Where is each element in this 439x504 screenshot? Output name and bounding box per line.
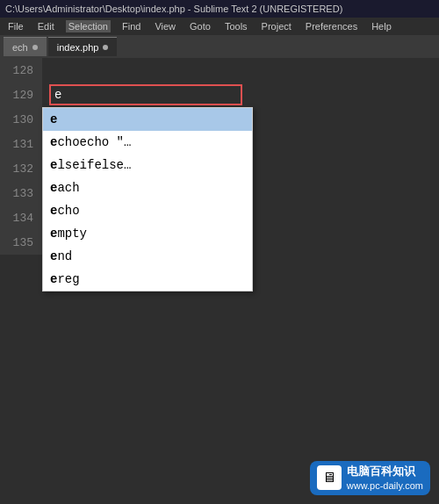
watermark-line1: 电脑百科知识 — [347, 464, 423, 479]
editor: 128 129 e echoecho "… elseifelse… each — [0, 58, 439, 504]
autocomplete-item-1[interactable]: echoecho "… — [43, 131, 252, 154]
menu-item-goto[interactable]: Goto — [187, 20, 213, 32]
menu-item-edit[interactable]: Edit — [35, 20, 57, 32]
autocomplete-item-2[interactable]: elseifelse… — [43, 154, 252, 176]
item-highlight-0: e — [50, 112, 57, 126]
item-suffix-2: lseifelse… — [57, 158, 131, 172]
item-highlight-5: e — [50, 227, 57, 241]
item-suffix-1: choecho "… — [57, 135, 131, 149]
menu-item-selection[interactable]: Selection — [66, 20, 111, 32]
autocomplete-item-0[interactable]: e — [43, 108, 252, 131]
line-number-131: 131 — [0, 132, 42, 156]
item-suffix-3: ach — [57, 181, 79, 195]
menu-item-preferences[interactable]: Preferences — [303, 20, 360, 32]
title-text: C:\Users\Administrator\Desktop\index.php… — [5, 4, 342, 14]
line-content-128 — [42, 58, 439, 83]
menu-item-file[interactable]: File — [5, 20, 26, 32]
autocomplete-item-7[interactable]: ereg — [43, 268, 252, 291]
line-number-128: 128 — [0, 58, 42, 83]
item-suffix-7: reg — [57, 272, 79, 286]
line-128: 128 — [0, 58, 439, 83]
title-bar: C:\Users\Administrator\Desktop\index.php… — [0, 0, 439, 18]
tab-dot — [103, 45, 108, 50]
line-number-133: 133 — [0, 181, 42, 205]
menu-item-project[interactable]: Project — [259, 20, 294, 32]
autocomplete-item-5[interactable]: empty — [43, 222, 252, 245]
tab-dot — [32, 45, 38, 50]
tab-index[interactable]: index.php — [48, 37, 118, 56]
line-number-135: 135 — [0, 230, 42, 255]
watermark-line2: www.pc-daily.com — [347, 479, 423, 492]
tab-bar: echindex.php — [0, 35, 439, 58]
line-number-134: 134 — [0, 205, 42, 230]
menu-item-help[interactable]: Help — [369, 20, 394, 32]
autocomplete-item-3[interactable]: each — [43, 176, 252, 199]
watermark-badge: 🖥 电脑百科知识 www.pc-daily.com — [310, 461, 430, 495]
item-highlight-3: e — [50, 181, 57, 195]
code-input[interactable] — [49, 84, 242, 105]
line-content-129 — [42, 83, 439, 107]
item-suffix-5: mpty — [57, 227, 87, 241]
autocomplete-item-4[interactable]: echo — [43, 199, 252, 222]
watermark-text: 电脑百科知识 www.pc-daily.com — [347, 464, 423, 492]
menu-bar: FileEditSelectionFindViewGotoToolsProjec… — [0, 18, 439, 35]
item-highlight-1: e — [50, 135, 57, 149]
tab-ech[interactable]: ech — [4, 37, 47, 56]
item-suffix-4: cho — [57, 204, 79, 218]
menu-item-find[interactable]: Find — [119, 20, 143, 32]
item-highlight-6: e — [50, 249, 57, 263]
autocomplete-item-6[interactable]: end — [43, 245, 252, 268]
menu-item-tools[interactable]: Tools — [222, 20, 250, 32]
item-suffix-6: nd — [57, 249, 72, 263]
watermark-icon: 🖥 — [317, 465, 342, 490]
item-highlight-7: e — [50, 272, 57, 286]
line-number-129: 129 — [0, 83, 42, 107]
line-number-130: 130 — [0, 107, 42, 132]
line-129: 129 e echoecho "… elseifelse… each echo — [0, 83, 439, 107]
input-container — [49, 84, 439, 105]
item-highlight-2: e — [50, 158, 57, 172]
line-number-132: 132 — [0, 156, 42, 181]
menu-item-view[interactable]: View — [152, 20, 178, 32]
item-highlight-4: e — [50, 204, 57, 218]
autocomplete-dropdown: e echoecho "… elseifelse… each echo empt… — [42, 107, 253, 292]
